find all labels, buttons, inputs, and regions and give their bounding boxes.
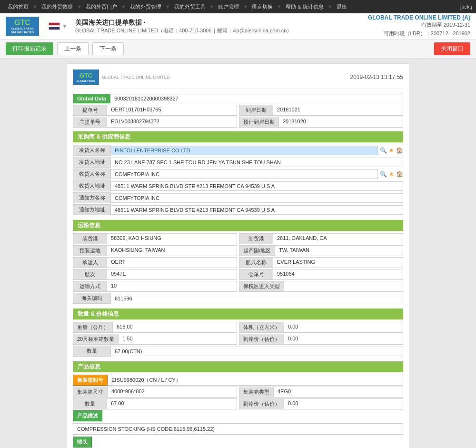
notify-name-value: COMFYTOPIA INC bbox=[111, 193, 403, 203]
logo-area: GTC GLOBAL TRADE ONLINE LIMITED ▼ bbox=[6, 17, 68, 36]
quantity-price-section: 数量 & 价格信息 重量（公斤） 616.00 体积（立方米） 0.00 20尺… bbox=[73, 309, 403, 357]
product-section: 产品信息 集装箱船号 EISU9980020（CN / L / CY） 集装箱尺… bbox=[73, 361, 403, 448]
page-title: 美国海关进口提单数据 · bbox=[75, 19, 292, 27]
header-right: GLOBAL TRADE ONLINE LIMITED (A) 有效期至 201… bbox=[368, 14, 470, 38]
shipper-addr-row: 发货人地址 NO 23 LANE 787 SEC 1 SHE TOU RD JE… bbox=[73, 157, 403, 168]
vessel-value: EVER LASTING bbox=[273, 257, 403, 268]
vessel-cell: 船只名称 EVER LASTING bbox=[239, 257, 403, 268]
notify-addr-value: 48511 WARM SPRING BLVD STE #213 FREMONT … bbox=[111, 205, 403, 215]
loading-port-label: 装货港 bbox=[73, 233, 107, 244]
shipper-addr-label: 发货人地址 bbox=[73, 157, 111, 168]
product-qty-label: 数量 bbox=[73, 398, 107, 409]
buyer-supplier-section: 采购商 & 供应商信息 发货人名称 PINTOLI ENTERPRISE CO … bbox=[73, 131, 403, 215]
record-logo-sub: GLOBAL TRADE ONLINE LIMITED bbox=[102, 75, 170, 80]
volume-value: 0.00 bbox=[284, 322, 403, 333]
mark-section: 唛头 FYTTO MADE IN TAIWAN bbox=[73, 437, 403, 448]
carrier-value: OERT bbox=[107, 257, 237, 268]
record-logo: GTC GLOBAL TRADE GLOBAL TRADE ONLINE LIM… bbox=[73, 70, 170, 85]
prev-button[interactable]: 上一条 bbox=[57, 42, 89, 55]
flag-area: ▼ bbox=[49, 22, 68, 30]
container-type-value: 4EG0 bbox=[274, 387, 403, 398]
loading-port-cell: 装货港 58309, KAO HSIUNG bbox=[73, 233, 237, 244]
product-qty-value: 67.00 bbox=[107, 398, 237, 409]
shipper-search-icon[interactable]: 🔍 bbox=[380, 147, 387, 154]
unloading-port-cell: 卸货港 2811, OAKLAND, CA bbox=[239, 233, 403, 244]
product-price-value: 0.00 bbox=[284, 398, 403, 409]
print-button[interactable]: 打印报易记录 bbox=[6, 42, 53, 55]
transport-title: 运输信息 bbox=[73, 220, 403, 231]
voyage-value: 0947E bbox=[107, 269, 237, 280]
shipper-addr-value: NO 23 LANE 787 SEC 1 SHE TOU RD JEN-YA T… bbox=[111, 158, 403, 167]
nav-help[interactable]: 帮助 & 统计信息 bbox=[282, 3, 327, 10]
container-size-label: 集装箱尺寸 bbox=[73, 387, 108, 398]
consignee-name-label: 收货人名称 bbox=[73, 169, 111, 179]
header-title: 美国海关进口提单数据 · GLOBAL TRADE ONLINE LIMITED… bbox=[75, 19, 292, 34]
consignee-actions: 🔍 ★ 🏠 bbox=[380, 171, 403, 178]
mark-title: 唛头 bbox=[73, 437, 92, 448]
transport-mode-label: 运输方式 bbox=[73, 281, 107, 292]
notify-name-label: 通知方名称 bbox=[73, 192, 111, 203]
record-logo-box: GTC GLOBAL TRADE bbox=[73, 70, 99, 85]
voyage-cell: 航次 0947E bbox=[73, 269, 237, 280]
container20-price-row: 20尺标准箱数量 1.50 到岸价（估价） 0.00 bbox=[73, 334, 403, 345]
voyage-label: 航次 bbox=[73, 269, 107, 280]
price-cell: 到岸价（估价） 0.00 bbox=[239, 334, 403, 345]
nav-management[interactable]: 我的外贸管理 bbox=[126, 3, 165, 10]
page-subtitle: GLOBAL TRADE ONLINE LIMITED（电话：400-710-3… bbox=[75, 27, 292, 34]
company-name: GLOBAL TRADE ONLINE LIMITED (A) bbox=[368, 14, 470, 21]
consignee-star-icon[interactable]: ★ bbox=[389, 171, 394, 178]
shipper-name-value: PINTOLI ENTERPRISE CO LTD bbox=[111, 146, 378, 155]
origin-label: 起产国/地区 bbox=[239, 245, 275, 256]
consignee-home-icon[interactable]: 🏠 bbox=[396, 171, 403, 178]
container-size-value: 4000*906*802 bbox=[108, 387, 237, 398]
port-row: 装货港 58309, KAO HSIUNG 卸货港 2811, OAKLAND,… bbox=[73, 233, 403, 244]
bill-no-value: OERT101701H03765 bbox=[107, 105, 237, 116]
shipper-home-icon[interactable]: 🏠 bbox=[396, 147, 403, 154]
unloading-port-value: 2811, OAKLAND, CA bbox=[273, 233, 403, 244]
warehouse-value: 951064 bbox=[273, 269, 403, 280]
bill-no-label: 提单号 bbox=[73, 105, 107, 116]
price-value: 0.00 bbox=[284, 334, 403, 345]
product-qty-cell: 数量 67.00 bbox=[73, 398, 237, 409]
arrival-date-label: 到岸日期 bbox=[239, 105, 273, 116]
top-toolbar: 打印报易记录 上一条 下一条 关闭窗口 bbox=[0, 40, 476, 59]
pre-dest-cell: 预装运地 KAOHSIUNG, TAIWAN bbox=[73, 245, 237, 256]
nav-home[interactable]: 我的首页 bbox=[4, 3, 32, 10]
global-data-value: 6003201810220000398327 bbox=[110, 94, 403, 103]
shipper-name-row: 发货人名称 PINTOLI ENTERPRISE CO LTD 🔍 ★ 🏠 bbox=[73, 145, 403, 156]
product-desc-section: 产品描述 COMPRESSION STOCKING (HS CODE:6115.… bbox=[73, 410, 403, 435]
customs-code-label: 海关编码 bbox=[73, 293, 111, 304]
container-no-label: 集装箱船号 bbox=[73, 375, 108, 386]
flag-icon bbox=[49, 22, 60, 30]
master-bill-row: 主提单号 EGLV003802794372 预计到岸日期 20181020 bbox=[73, 117, 403, 128]
nav-account[interactable]: 账户管理 bbox=[214, 3, 243, 10]
weight-volume-row: 重量（公斤） 616.00 体积（立方米） 0.00 bbox=[73, 322, 403, 333]
consignee-addr-row: 收货人地址 48511 WARM SPRING BLVD STE #213 FR… bbox=[73, 180, 403, 191]
transport-section: 运输信息 装货港 58309, KAO HSIUNG 卸货港 2811, OAK… bbox=[73, 220, 403, 304]
bill-row: 提单号 OERT101701H03765 到岸日期 20181021 bbox=[73, 105, 403, 116]
consignee-name-row: 收货人名称 COMFYTOPIA INC 🔍 ★ 🏠 bbox=[73, 169, 403, 179]
nav-portal[interactable]: 我的外贸门户 bbox=[82, 3, 121, 10]
product-price-label: 到岸价（估价） bbox=[239, 398, 284, 409]
container20-value: 1.50 bbox=[119, 334, 237, 345]
record-datetime: 2019-02-13 13:17:55 bbox=[350, 74, 403, 80]
global-data-label: Global Data bbox=[73, 94, 110, 103]
customs-code-value: 611596 bbox=[111, 294, 403, 303]
nav-trade-data[interactable]: 我的外贸数据 bbox=[38, 3, 77, 10]
record-header: GTC GLOBAL TRADE GLOBAL TRADE ONLINE LIM… bbox=[73, 70, 403, 89]
nav-language[interactable]: 语言切换 bbox=[248, 3, 277, 10]
logo-box: GTC GLOBAL TRADE ONLINE LIMITED bbox=[6, 17, 39, 36]
close-button[interactable]: 关闭窗口 bbox=[434, 42, 470, 55]
volume-cell: 体积（立方米） 0.00 bbox=[239, 322, 403, 333]
transport-mode-cell: 运输方式 10 bbox=[73, 281, 237, 292]
weight-cell: 重量（公斤） 616.00 bbox=[73, 322, 237, 333]
next-button[interactable]: 下一条 bbox=[92, 42, 124, 55]
consignee-addr-value: 48511 WARM SPRING BLVD STE #213 FREMONT … bbox=[111, 181, 403, 191]
consignee-search-icon[interactable]: 🔍 bbox=[380, 171, 387, 178]
shipper-name-label: 发货人名称 bbox=[73, 145, 111, 156]
pre-dest-label: 预装运地 bbox=[73, 245, 107, 256]
dest-origin-row: 预装运地 KAOHSIUNG, TAIWAN 起产国/地区 TW, TAIWAN bbox=[73, 245, 403, 256]
nav-logout[interactable]: 退出 bbox=[333, 3, 351, 10]
nav-tools[interactable]: 我的外贸工具 bbox=[170, 3, 209, 10]
shipper-star-icon[interactable]: ★ bbox=[389, 147, 394, 154]
